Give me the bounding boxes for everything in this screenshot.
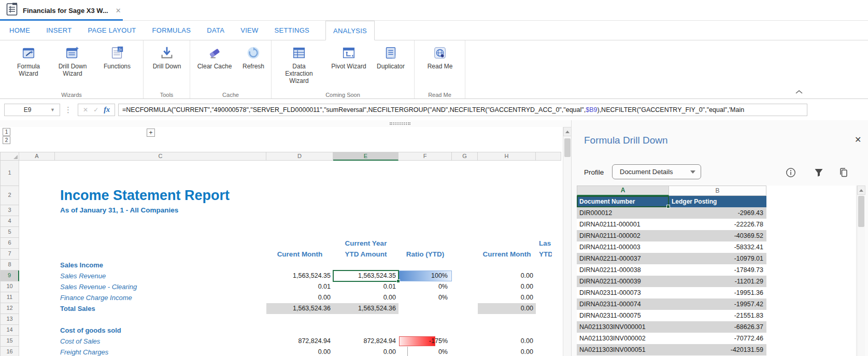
document-number-cell[interactable]: DIRNA02111-000002 <box>577 230 669 241</box>
report-subtitle[interactable]: As of January 31, 1 - All Companies <box>60 206 178 214</box>
table-row[interactable]: DIR000012-2969.43 <box>577 207 766 219</box>
ledger-posting-cell[interactable]: -70772.46 <box>669 333 766 344</box>
panel-column-header-b[interactable]: B <box>669 186 766 196</box>
tab-home[interactable]: HOME <box>9 21 30 40</box>
label-cost-of-sales[interactable]: Cost of Sales <box>60 336 100 347</box>
header-current-year[interactable]: Current Year <box>333 238 399 249</box>
label-cost-of-goods-sold[interactable]: Cost of goods sold <box>60 325 121 336</box>
table-row[interactable]: NA0211303INV000002-70772.46 <box>577 333 766 344</box>
insert-function-icon[interactable]: fx <box>104 106 110 114</box>
table-row[interactable]: DIRNA02211-000039-11201.29 <box>577 276 766 287</box>
document-number-cell[interactable]: DIRNA02311-000073 <box>577 287 669 298</box>
column-header-d[interactable]: D <box>266 152 333 161</box>
table-row[interactable]: DIRNA02111-000003-58332.41 <box>577 241 766 253</box>
label-sales-income[interactable]: Sales Income <box>60 260 103 270</box>
header-ratio-ytd[interactable]: Ratio (YTD) <box>399 249 452 260</box>
read-me-button[interactable]: Read Me <box>424 45 456 70</box>
table-row[interactable]: NA0211303INV000051-420131.59 <box>577 344 766 355</box>
close-tab-icon[interactable]: ✕ <box>116 7 121 15</box>
name-box[interactable]: E9 ▼ <box>4 104 60 116</box>
label-sales-revenue-clearing[interactable]: Sales Revenue - Clearing <box>60 281 137 292</box>
cell-f15[interactable]: -175% <box>399 336 450 347</box>
drill-down-wizard-button[interactable]: Drill Down Wizard <box>53 45 92 77</box>
tab-settings[interactable]: SETTINGS <box>275 21 309 40</box>
tab-view[interactable]: VIEW <box>240 21 258 40</box>
ledger-posting-cell[interactable]: -40369.52 <box>669 230 766 241</box>
document-number-cell[interactable]: NA0211303INV000051 <box>577 344 669 355</box>
panel-close-icon[interactable]: ✕ <box>855 135 861 145</box>
pane-splitter[interactable] <box>0 120 571 127</box>
ledger-posting-cell[interactable]: -420131.59 <box>669 344 766 355</box>
document-number-cell[interactable]: DIR000012 <box>577 207 669 219</box>
cell-f16[interactable]: 0% <box>399 347 450 356</box>
filter-icon[interactable] <box>813 167 824 178</box>
row-header-8[interactable]: 8 <box>0 260 19 270</box>
header-ytd-partial[interactable]: YTD <box>539 249 552 260</box>
sheet-scrollbar-thumb[interactable] <box>564 138 571 157</box>
document-number-cell[interactable]: NA0211303INV000001 <box>577 321 669 333</box>
row-header-13[interactable]: 13 <box>0 314 19 325</box>
row-header-5[interactable]: 5 <box>0 227 19 238</box>
cancel-icon[interactable]: ✕ <box>83 106 88 113</box>
document-number-cell[interactable]: DIRNA02211-000039 <box>577 276 669 287</box>
ledger-posting-cell[interactable]: -19951.36 <box>669 287 766 298</box>
document-number-cell[interactable]: DIRNA02111-000003 <box>577 241 669 253</box>
outline-expand-button[interactable]: + <box>147 129 155 137</box>
cell-f11[interactable]: 0% <box>399 292 450 303</box>
refresh-button[interactable]: Refresh <box>238 45 269 70</box>
cell-h10[interactable]: 0.00 <box>478 281 536 292</box>
cell-f10[interactable]: 0% <box>399 281 450 292</box>
document-number-cell[interactable]: DIRNA02211-000037 <box>577 253 669 264</box>
cell-h9[interactable]: 0.00 <box>478 270 536 281</box>
copy-icon[interactable] <box>838 167 849 178</box>
table-row[interactable]: DIRNA02311-000073-19951.36 <box>577 287 766 298</box>
row-header-9-selected[interactable]: 9 <box>0 270 19 281</box>
table-row[interactable]: DIRNA02111-000001-22226.78 <box>577 219 766 230</box>
row-header-1[interactable]: 1 <box>0 161 19 186</box>
panel-scrollbar-thumb[interactable] <box>858 196 864 227</box>
ledger-posting-cell[interactable]: -17849.73 <box>669 264 766 276</box>
tab-analysis[interactable]: ANALYSIS <box>325 21 375 40</box>
column-header-c[interactable]: C <box>55 152 266 161</box>
pivot-wizard-button[interactable]: Pivot Wizard <box>325 45 372 70</box>
label-finance-charge-income[interactable]: Finance Charge Income <box>60 292 132 303</box>
row-header-11[interactable]: 11 <box>0 292 19 303</box>
ledger-posting-cell[interactable]: -22226.78 <box>669 219 766 230</box>
enter-icon[interactable]: ✓ <box>93 106 98 113</box>
panel-scroll-up-icon[interactable] <box>857 186 865 195</box>
formula-wizard-button[interactable]: Formula Wizard <box>12 45 45 77</box>
panel-column-header-a[interactable]: A <box>577 186 669 196</box>
label-freight-charges[interactable]: Freight Charges <box>60 347 108 356</box>
data-extraction-wizard-button[interactable]: Data Extraction Wizard <box>280 45 318 84</box>
document-number-cell[interactable]: NA0211303INV000002 <box>577 333 669 344</box>
splitter-handle-icon[interactable] <box>390 122 410 125</box>
ledger-posting-cell[interactable]: -11201.29 <box>669 276 766 287</box>
column-header-g[interactable]: G <box>452 152 478 161</box>
header-current-month[interactable]: Current Month <box>478 249 536 260</box>
ledger-posting-cell[interactable]: -19957.42 <box>669 298 766 310</box>
drill-down-button[interactable]: Drill Down <box>148 45 186 70</box>
table-row[interactable]: DIRNA02311-000074-19957.42 <box>577 298 766 310</box>
table-row[interactable]: DIRNA02111-000002-40369.52 <box>577 230 766 241</box>
cell-e15[interactable]: 872,824.94 <box>333 336 399 347</box>
cell-d9[interactable]: 1,563,524.35 <box>266 270 333 281</box>
document-number-cell[interactable]: DIRNA02311-000074 <box>577 298 669 310</box>
cell-e10[interactable]: 0.01 <box>333 281 399 292</box>
cell-d15[interactable]: 872,824.94 <box>266 336 333 347</box>
column-header-a[interactable]: A <box>19 152 55 161</box>
cell-d16[interactable]: 0.00 <box>266 347 333 356</box>
cell-h12[interactable]: 0.00 <box>478 303 536 314</box>
ledger-posting-cell[interactable]: -10979.01 <box>669 253 766 264</box>
functions-button[interactable]: fx Functions <box>99 45 135 70</box>
row-header-15[interactable]: 15 <box>0 336 19 347</box>
cell-d11[interactable]: 0.00 <box>266 292 333 303</box>
profile-dropdown[interactable]: Document Details <box>612 164 701 179</box>
header-curent-month[interactable]: Curent Month <box>266 249 333 260</box>
tab-insert[interactable]: INSERT <box>46 21 72 40</box>
column-header-f[interactable]: F <box>399 152 452 161</box>
table-row[interactable]: DIRNA02211-000038-17849.73 <box>577 264 766 276</box>
cell-e12[interactable]: 1,563,524.36 <box>333 303 399 314</box>
ledger-posting-cell[interactable]: -58332.41 <box>669 241 766 253</box>
table-row[interactable]: DIRNA02311-000075-21551.83 <box>577 310 766 321</box>
cell-d12[interactable]: 1,563,524.36 <box>266 303 333 314</box>
